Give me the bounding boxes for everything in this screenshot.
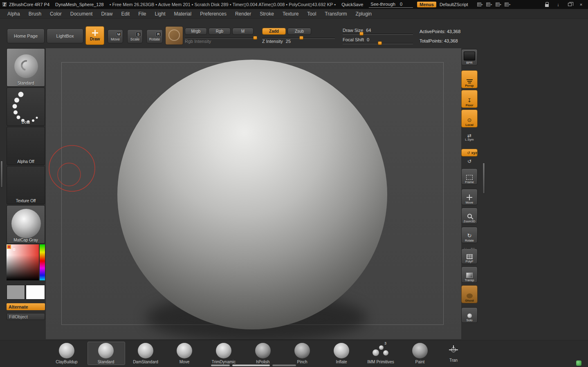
tray-brush-trimdynamic[interactable]: TrimDynamic [205,343,242,364]
lsym-button[interactable]: ⇄ L.Sym [461,133,478,141]
mrgb-button[interactable]: Mrgb [185,28,207,35]
document-canvas[interactable] [46,48,461,339]
tray-brush-damstandard[interactable]: DamStandard [127,343,164,364]
current-texture-thumbnail[interactable]: Texture Off [7,166,45,204]
z-intensity-slider[interactable]: Z Intensity 25 [262,37,335,44]
tray-tool-transpose[interactable]: Tran [435,343,472,363]
menu-transform[interactable]: Transform [325,11,347,17]
menu-light[interactable]: Light [155,11,166,17]
home-page-button[interactable]: Home Page [7,29,45,43]
see-through-label: See-through [370,2,395,7]
perspective-toggle-button[interactable]: Persp [461,70,478,88]
menu-zplugin[interactable]: Zplugin [356,11,372,17]
zscript-record-icon[interactable] [477,2,481,7]
see-through-slider[interactable]: See-through 0 [369,2,413,8]
color-picker-square[interactable] [7,244,39,280]
left-shelf: Standard Dots Alpha Off Texture Off MatC… [0,47,46,342]
minimize-icon[interactable]: ↓ [554,1,563,8]
menu-edit[interactable]: Edit [121,11,130,17]
layout-switch-icon[interactable] [496,2,500,7]
layout-switch-2-icon[interactable] [505,2,509,7]
menu-document[interactable]: Document [70,11,93,17]
main-color-swatch[interactable] [7,285,25,300]
draw-mode-button[interactable]: Draw [85,26,104,45]
left-tray-scrollbar[interactable] [0,161,3,188]
menus-button[interactable]: Menus [417,2,436,7]
tray-brush-claybuildup[interactable]: ClayBuildup [48,343,85,364]
zadd-button[interactable]: Zadd [262,28,286,35]
zbrush-logo-icon: Z [2,2,7,7]
hue-strip[interactable] [40,244,45,280]
menu-preferences[interactable]: Preferences [200,11,227,17]
tray-brush-hpolish[interactable]: hPolish [244,343,282,364]
current-stroke-thumbnail[interactable]: Dots [7,87,45,126]
rotate-canvas-button[interactable]: ↻ Rotate [461,227,478,243]
menu-brush[interactable]: Brush [29,11,41,17]
zscript-play-icon[interactable] [486,2,490,7]
slider-handle[interactable] [299,36,303,40]
quicksave-button[interactable]: QuickSave [341,2,363,7]
rgb-intensity-slider[interactable]: Rgb Intensity [185,37,258,44]
xyz-symmetry-button[interactable]: ↺ xyz [461,149,478,157]
tray-brush-paint[interactable]: Paint [401,343,439,364]
scale-mode-button[interactable]: S Scale [127,29,143,43]
fill-object-button[interactable]: FillObject [7,313,45,320]
picker-current-color-icon [7,245,11,249]
transparency-button[interactable]: Transp [461,266,478,283]
ghost-icon [467,293,473,298]
menu-draw[interactable]: Draw [101,11,112,17]
bpr-render-button[interactable]: BPR [461,49,478,65]
right-tray-scrollbar[interactable] [483,163,485,194]
tray-brush-imm-primitives[interactable]: 3 IMM Primitives [362,343,399,364]
menu-alpha[interactable]: Alpha [7,11,20,17]
zoom3d-button[interactable]: Zoom3D [461,208,478,224]
close-window-icon[interactable]: × [577,1,586,8]
current-brush-thumbnail[interactable]: Standard [7,48,45,87]
radial-symmetry-icon[interactable]: ↺ [461,159,478,164]
dynamesh-sphere-model[interactable] [117,60,387,329]
secondary-color-swatch[interactable] [26,285,45,300]
rotate-mode-button[interactable]: R Rotate [146,29,163,43]
menu-render[interactable]: Render [235,11,251,17]
zscript-name-button[interactable]: DefaultZScript [440,2,468,7]
menu-tool[interactable]: Tool [307,11,316,17]
menu-file[interactable]: File [138,11,146,17]
ghost-transparency-button[interactable]: Ghost [461,285,478,303]
m-button[interactable]: M [232,28,254,35]
tray-scrollbar-segment[interactable] [211,365,230,366]
tray-scrollbar-segment[interactable] [272,365,296,366]
brush-sphere-icon [334,343,349,358]
tray-brush-inflate[interactable]: Inflate [323,343,360,364]
current-alpha-thumbnail[interactable]: Alpha Off [7,127,45,165]
polyframe-button[interactable]: PolyF [461,248,478,264]
move-canvas-button[interactable]: Move [461,189,478,205]
brush-preview-chip[interactable] [165,26,183,45]
frame-button[interactable]: Frame [461,168,478,185]
zsub-button[interactable]: Zsub [287,28,311,35]
lock-icon[interactable] [542,1,551,8]
local-transform-button[interactable]: ⊙ Local [461,110,478,128]
floor-grid-button[interactable]: ↧ Floor [461,90,478,108]
move-mode-button[interactable]: M Move [108,29,123,43]
slider-handle[interactable] [378,41,382,45]
switch-color-button[interactable]: Alternate [7,303,45,310]
menu-color[interactable]: Color [50,11,62,17]
menu-stroke[interactable]: Stroke [260,11,274,17]
slider-handle[interactable] [253,36,257,40]
current-material-thumbnail[interactable]: MatCap Gray [7,205,45,244]
frame-icon [466,175,473,180]
lightbox-button[interactable]: LightBox [47,29,83,43]
menu-texture[interactable]: Texture [283,11,298,17]
menu-material[interactable]: Material [174,11,192,17]
focal-shift-slider[interactable]: Focal Shift 0 [343,37,413,44]
draw-size-slider[interactable]: Draw Size 64 [343,28,413,35]
solo-button[interactable]: Solo [461,307,478,323]
tray-brush-pinch[interactable]: Pinch [283,343,321,364]
slider-handle[interactable] [359,32,364,36]
brush-sphere-icon [216,343,231,358]
tray-brush-standard[interactable]: Standard [87,343,125,364]
rgb-button[interactable]: Rgb [209,28,231,35]
tray-scrollbar-segment[interactable] [232,365,270,366]
tray-brush-move[interactable]: Move [166,343,203,364]
restore-window-icon[interactable] [565,1,574,8]
